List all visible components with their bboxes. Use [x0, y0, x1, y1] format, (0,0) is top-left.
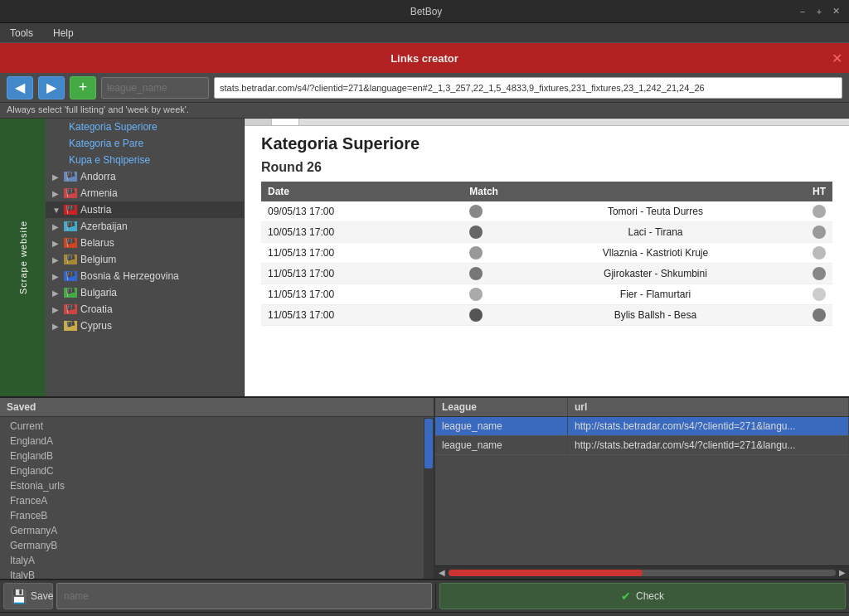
saved-item[interactable]: ItalyA [0, 553, 434, 568]
add-button[interactable]: + [70, 76, 96, 99]
col-icon [505, 182, 806, 201]
scroll-left-icon[interactable]: ◀ [439, 568, 445, 577]
match-team-icon-right [806, 264, 832, 284]
links-creator-title: Links creator [391, 52, 458, 65]
sub-item-kategoria-pare[interactable]: Kategoria e Pare [46, 135, 244, 152]
saved-item[interactable]: GermanyB [0, 538, 434, 553]
forward-button[interactable]: ▶ [38, 76, 65, 99]
country-item-andorra[interactable]: ▶ 🏴 Andorra [46, 168, 244, 185]
saved-item[interactable]: FranceB [0, 508, 434, 523]
country-item-belgium[interactable]: ▶ 🏴 Belgium [46, 251, 244, 268]
back-button[interactable]: ◀ [7, 76, 33, 99]
country-name-croatia: Croatia [80, 303, 113, 315]
league-cell-url: http://stats.betradar.com/s4/?clientid=2… [568, 436, 849, 454]
league-cell-url: http://stats.betradar.com/s4/?clientid=2… [568, 417, 849, 435]
scroll-right-icon[interactable]: ▶ [839, 568, 846, 577]
match-row[interactable]: 11/05/13 17:00 Bylis Ballsh - Besa [261, 305, 832, 326]
saved-item[interactable]: Estonia_urls [0, 478, 434, 493]
menu-tools[interactable]: Tools [5, 26, 38, 41]
check-button[interactable]: ✔ Check [439, 583, 846, 609]
forward-icon: ▶ [46, 80, 56, 95]
country-item-bosnia[interactable]: ▶ 🏴 Bosnia & Herzegovina [46, 268, 244, 284]
minimize-button[interactable]: − [796, 5, 809, 18]
league-cell-name: league_name [435, 417, 568, 435]
match-row[interactable]: 11/05/13 17:00 Fier - Flamurtari [261, 284, 832, 305]
flag-azerbaijan: 🏴 [64, 221, 77, 231]
web-content: Kategoria Superiore Round 26 Date Match … [245, 119, 849, 396]
bottom-actions-row1: 💾 Save ✔ Check [0, 579, 849, 612]
title-bar: BetBoy − + ✕ [0, 0, 849, 23]
country-name-bosnia: Bosnia & Herzegovina [80, 270, 179, 282]
saved-item[interactable]: ItalyB [0, 568, 434, 579]
flag-austria: 🏴 [64, 205, 77, 215]
links-creator-bar: Links creator ✕ [0, 43, 849, 73]
league-horizontal-scroll[interactable]: ◀ ▶ [435, 565, 849, 579]
toolbar: ◀ ▶ + [0, 73, 849, 103]
match-date: 11/05/13 17:00 [261, 305, 463, 326]
country-name-belgium: Belgium [80, 254, 116, 265]
flag-croatia: 🏴 [64, 304, 77, 314]
saved-scrollbar[interactable] [424, 418, 434, 579]
country-item-cyprus[interactable]: ▶ 🏴 Cyprus [46, 318, 244, 334]
league-table-row[interactable]: league_name http://stats.betradar.com/s4… [435, 417, 849, 436]
saved-item[interactable]: EnglandA [0, 434, 434, 449]
url-input[interactable] [214, 77, 842, 99]
saved-list: Saved CurrentEnglandAEnglandBEnglandCEst… [0, 398, 435, 579]
menu-bar: Tools Help [0, 23, 849, 43]
league-name-input[interactable] [101, 77, 209, 99]
saved-item[interactable]: Current [0, 419, 434, 434]
col-header-url: url [568, 398, 849, 416]
close-button[interactable]: ✕ [829, 5, 842, 18]
country-name-armenia: Armenia [80, 187, 118, 199]
country-item-armenia[interactable]: ▶ 🏴 Armenia [46, 185, 244, 201]
flag-belgium: 🏴 [64, 255, 77, 264]
h-scrollbar-thumb[interactable] [449, 570, 643, 576]
country-item-azerbaijan[interactable]: ▶ 🏴 Azerbaijan [46, 218, 244, 235]
sub-item-kupa[interactable]: Kupa e Shqiperise [46, 152, 244, 168]
country-item-croatia[interactable]: ▶ 🏴 Croatia [46, 301, 244, 318]
match-date: 10/05/13 17:00 [261, 222, 463, 243]
match-row[interactable]: 11/05/13 17:00 Gjirokaster - Shkumbini [261, 264, 832, 284]
page-tabs [245, 119, 849, 126]
add-icon: + [79, 79, 88, 96]
match-date: 11/05/13 17:00 [261, 284, 463, 305]
saved-item[interactable]: EnglandC [0, 463, 434, 478]
country-item-austria[interactable]: ▼ 🏴 Austria [46, 201, 244, 218]
menu-help[interactable]: Help [48, 26, 79, 41]
match-name: Gjirokaster - Shkumbini [505, 264, 806, 284]
match-team-icon-right [806, 222, 832, 243]
match-team-icon-right [806, 284, 832, 305]
expand-arrow-belgium: ▶ [52, 255, 61, 264]
match-name: Fier - Flamurtari [505, 284, 806, 305]
saved-item[interactable]: FranceA [0, 493, 434, 508]
save-btn-icon[interactable]: 💾 Save [3, 583, 53, 609]
country-name-belarus: Belarus [80, 237, 114, 249]
h-scrollbar[interactable] [449, 570, 836, 576]
bottom-panel: Saved CurrentEnglandAEnglandBEnglandCEst… [0, 396, 849, 579]
maximize-button[interactable]: + [813, 5, 826, 18]
match-row[interactable]: 11/05/13 17:00 Vllaznia - Kastrioti Kruj… [261, 243, 832, 264]
saved-scroll-thumb[interactable] [424, 419, 433, 468]
league-title: Kategoria Superiore [261, 134, 832, 153]
saved-item[interactable]: GermanyA [0, 523, 434, 538]
helper-text: Always select 'full listing' and 'week b… [0, 103, 849, 119]
country-item-bulgaria[interactable]: ▶ 🏴 Bulgaria [46, 284, 244, 301]
flag-belarus: 🏴 [64, 238, 77, 248]
save-name-input[interactable] [56, 583, 432, 609]
match-team-icon-left [463, 284, 505, 305]
match-date: 09/05/13 17:00 [261, 201, 463, 222]
links-creator-close-icon[interactable]: ✕ [832, 51, 842, 66]
match-row[interactable]: 09/05/13 17:00 Tomori - Teuta Durres [261, 201, 832, 222]
saved-item[interactable]: EnglandB [0, 449, 434, 463]
country-item-belarus[interactable]: ▶ 🏴 Belarus [46, 235, 244, 251]
expand-arrow-azerbaijan: ▶ [52, 222, 61, 231]
country-name-cyprus: Cyprus [80, 320, 112, 332]
league-rows: league_name http://stats.betradar.com/s4… [435, 417, 849, 565]
page-tab-2[interactable] [272, 119, 299, 125]
page-tab-1[interactable] [245, 119, 272, 125]
sub-item-kategoria-superiore[interactable]: Kategoria Superiore [46, 119, 244, 135]
flag-cyprus: 🏴 [64, 321, 77, 331]
col-header-league: League [435, 398, 568, 416]
league-table-row[interactable]: league_name http://stats.betradar.com/s4… [435, 436, 849, 455]
match-row[interactable]: 10/05/13 17:00 Laci - Tirana [261, 222, 832, 243]
